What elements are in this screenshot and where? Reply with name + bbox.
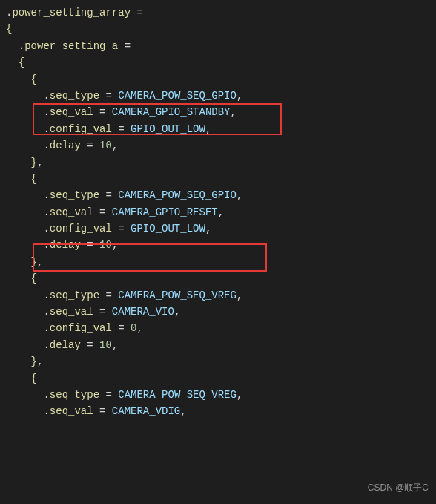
code-line: .config_val = GPIO_OUT_LOW, bbox=[6, 220, 430, 237]
code-line: }, bbox=[6, 154, 430, 171]
code-line: .power_setting_array = bbox=[6, 4, 430, 21]
code-line: .seq_val = CAMERA_VIO, bbox=[6, 304, 430, 320]
code-line: { bbox=[6, 370, 430, 387]
code-line: .power_setting_a = bbox=[6, 38, 430, 54]
code-line: .seq_type = CAMERA_POW_SEQ_VREG, bbox=[6, 287, 430, 304]
code-line: .config_val = GPIO_OUT_LOW, bbox=[6, 121, 430, 137]
code-line: .seq_val = CAMERA_GPIO_RESET, bbox=[6, 204, 430, 220]
code-line: { bbox=[6, 54, 430, 71]
code-line: }, bbox=[6, 353, 430, 370]
code-line: .delay = 10, bbox=[6, 337, 430, 353]
code-line: }, bbox=[6, 254, 430, 270]
code-line: { bbox=[6, 21, 430, 37]
code-line: { bbox=[6, 71, 430, 88]
code-line: { bbox=[6, 171, 430, 187]
code-line: .seq_type = CAMERA_POW_SEQ_GPIO, bbox=[6, 88, 430, 104]
code-line: .seq_val = CAMERA_VDIG, bbox=[6, 403, 430, 419]
code-line: .seq_type = CAMERA_POW_SEQ_VREG, bbox=[6, 387, 430, 403]
code-line: .config_val = 0, bbox=[6, 320, 430, 336]
code-line: .delay = 10, bbox=[6, 237, 430, 253]
watermark-text: CSDN @顺子C bbox=[368, 481, 429, 495]
code-line: { bbox=[6, 270, 430, 287]
code-line: .seq_val = CAMERA_GPIO_STANDBY, bbox=[6, 104, 430, 120]
code-line: .delay = 10, bbox=[6, 137, 430, 154]
code-block: .power_setting_array ={ .power_setting_a… bbox=[0, 0, 436, 425]
code-line: .seq_type = CAMERA_POW_SEQ_GPIO, bbox=[6, 187, 430, 203]
